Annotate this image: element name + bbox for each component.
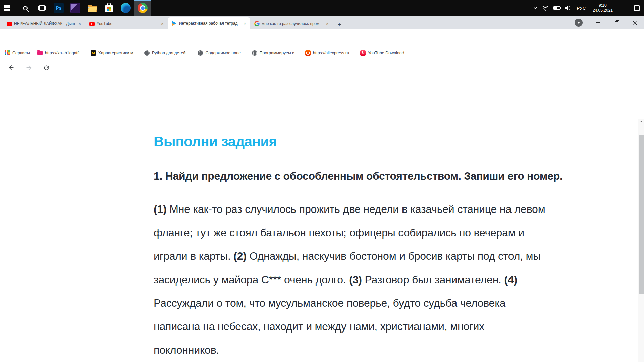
task-view-button[interactable]: [34, 0, 50, 16]
restore-button[interactable]: [607, 16, 626, 29]
system-tray: РУС 9:10 24.05.2021: [531, 0, 644, 16]
download-icon: [360, 50, 366, 56]
bookmark-youtube-download[interactable]: YouTube Download...: [360, 50, 408, 56]
google-favicon: [254, 21, 260, 26]
bookmark-soderzhimoe[interactable]: Содержимое пане...: [198, 50, 244, 56]
tab-search-button[interactable]: [575, 19, 583, 27]
bookmarks-bar: Сервисы https://xn--b1agatfl... M Характ…: [0, 47, 644, 59]
taskbar-apps: Ps: [0, 0, 151, 16]
globe-icon: [144, 50, 150, 56]
bookmark-label: YouTube Download...: [368, 51, 408, 55]
chrome-tab-strip: НЕРЕАЛЬНЫЙ ЛАЙФХАК - Дыш × YouTube × Инт…: [0, 16, 644, 29]
tab-title: мне как то раз случилось прож: [262, 21, 323, 26]
bookmark-programmiruem[interactable]: Программируем с...: [252, 50, 298, 56]
bookmark-label: Характеристики м...: [98, 51, 137, 55]
taskbar-item-chrome[interactable]: [134, 0, 151, 16]
taskbar-item-edge[interactable]: [117, 0, 134, 16]
bookmark-python[interactable]: Python для детей....: [144, 50, 190, 56]
pink-site-icon: [37, 51, 43, 55]
tray-wifi-button[interactable]: [540, 0, 551, 16]
tray-chevron-button[interactable]: [531, 0, 540, 16]
passage-line: поклонников.: [154, 338, 545, 362]
bookmark-label: Сервисы: [12, 51, 30, 55]
new-tab-button[interactable]: +: [335, 20, 344, 29]
aliexpress-icon: [305, 50, 311, 56]
tab-youtube-video[interactable]: НЕРЕАЛЬНЫЙ ЛАЙФХАК - Дыш ×: [3, 18, 85, 29]
wifi-icon: [542, 5, 549, 11]
search-icon: [23, 6, 28, 10]
edge-icon: [121, 3, 131, 13]
task-view-icon: [39, 5, 45, 11]
close-button[interactable]: [626, 16, 644, 29]
tray-battery-button[interactable]: [551, 0, 562, 16]
file-explorer-icon: [87, 4, 97, 12]
page-scrollbar[interactable]: [638, 119, 644, 362]
forward-icon: [25, 64, 33, 71]
passage-line: играли в карты. (2) Однажды, наскучив бо…: [154, 244, 545, 268]
bookmark-label: https://aliexpress.ru...: [313, 51, 353, 55]
task-passage: (1) Мне как-то раз случилось прожить две…: [154, 197, 545, 362]
volume-icon: [565, 5, 571, 11]
passage-line: засиделись у майора С*** очень долго. (3…: [154, 268, 545, 291]
action-center-button[interactable]: [632, 0, 642, 16]
tray-time: 9:10: [593, 3, 613, 8]
close-icon: [633, 21, 637, 25]
tab-close-icon[interactable]: ×: [77, 21, 83, 26]
window-controls: [575, 16, 644, 29]
bookmark-punycode-site[interactable]: https://xn--b1agatfl...: [37, 50, 83, 56]
skysmart-favicon: [172, 21, 177, 26]
taskbar-item-adobe-app[interactable]: [67, 0, 84, 16]
forward-button[interactable]: [24, 63, 34, 72]
restore-icon: [615, 21, 618, 24]
tray-volume-button[interactable]: [562, 0, 573, 16]
bookmark-aliexpress[interactable]: https://aliexpress.ru...: [305, 50, 353, 56]
bookmark-harakteristiki[interactable]: M Характеристики м...: [91, 50, 137, 56]
windows-taskbar: Ps: [0, 0, 644, 16]
back-button[interactable]: [7, 63, 16, 72]
apps-grid-icon: [5, 50, 10, 56]
bookmark-label: Программируем с...: [260, 51, 298, 55]
minimize-button[interactable]: [589, 16, 607, 29]
tab-google-search[interactable]: мне как то раз случилось прож ×: [250, 18, 333, 29]
tab-youtube-home[interactable]: YouTube ×: [85, 18, 168, 29]
task-heading: 1. Найди предложение с обособленным обст…: [154, 170, 563, 182]
tab-title: Интерактивная рабочая тетрад: [179, 21, 240, 26]
start-button[interactable]: [0, 0, 17, 16]
lesson-page: Выполни задания 1. Найди предложение с о…: [0, 59, 644, 362]
passage-line: фланге; тут же стоял батальон пехоты; оф…: [154, 221, 545, 244]
action-center-icon: [634, 5, 640, 11]
taskbar-item-photoshop[interactable]: Ps: [50, 0, 67, 16]
reload-button[interactable]: [42, 63, 51, 72]
tabs-container: НЕРЕАЛЬНЫЙ ЛАЙФХАК - Дыш × YouTube × Инт…: [3, 16, 344, 29]
tray-clock[interactable]: 9:10 24.05.2021: [589, 0, 616, 16]
taskbar-item-file-explorer[interactable]: [84, 0, 101, 16]
chrome-toolbar: edu.skysmart.ru/lesson/homework/pitezuvo…: [0, 29, 644, 47]
taskbar-item-microsoft-store[interactable]: [101, 0, 117, 16]
microsoft-store-icon: [105, 3, 113, 13]
taskbar-search-button[interactable]: [17, 0, 34, 16]
tab-title: YouTube: [97, 21, 158, 26]
page-title: Выполни задания: [154, 134, 277, 150]
reload-icon: [43, 64, 50, 71]
tab-close-icon[interactable]: ×: [242, 21, 248, 26]
bookmark-label: Python для детей....: [152, 51, 190, 55]
bookmark-servisy[interactable]: Сервисы: [5, 50, 30, 56]
scrollbar-thumb[interactable]: [639, 135, 644, 294]
youtube-favicon: [89, 22, 95, 26]
globe-icon: [198, 50, 203, 56]
bookmark-label: https://xn--b1agatfl...: [45, 51, 83, 55]
battery-icon: [553, 6, 560, 10]
tab-close-icon[interactable]: ×: [160, 21, 165, 26]
adobe-app-icon: [70, 3, 80, 13]
m-lightning-icon: M: [91, 50, 96, 56]
chrome-icon: [138, 3, 148, 13]
scrollbar-up-button[interactable]: [638, 119, 644, 124]
tab-skysmart-active[interactable]: Интерактивная рабочая тетрад ×: [168, 17, 250, 29]
windows-logo-icon: [4, 5, 7, 8]
tray-language-indicator[interactable]: РУС: [573, 0, 589, 16]
youtube-favicon: [7, 22, 12, 26]
photoshop-icon: Ps: [54, 3, 64, 13]
tab-close-icon[interactable]: ×: [325, 21, 330, 26]
tab-title: НЕРЕАЛЬНЫЙ ЛАЙФХАК - Дыш: [14, 21, 75, 26]
passage-line: написана на небесах, находит и между нам…: [154, 315, 545, 338]
